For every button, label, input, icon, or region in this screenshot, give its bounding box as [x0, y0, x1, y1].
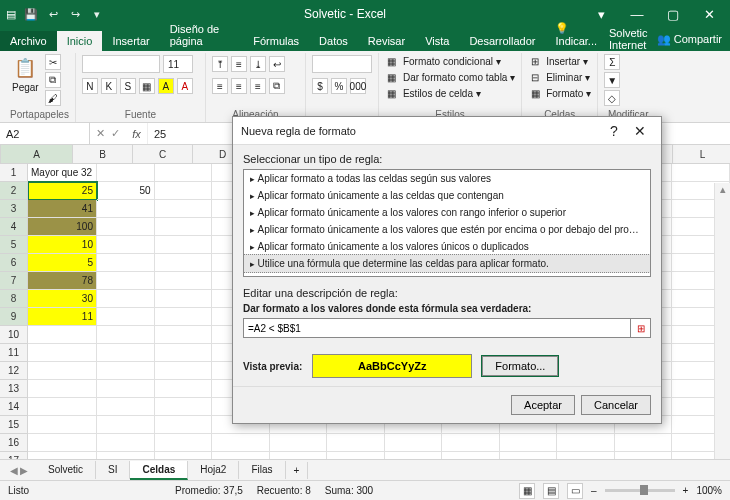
font-color-icon[interactable]: A — [177, 78, 193, 94]
sheet-tab-filas[interactable]: Filas — [239, 461, 285, 479]
sheet-tab-celdas[interactable]: Celdas — [130, 461, 188, 480]
tab-insert[interactable]: Insertar — [102, 31, 159, 51]
align-top-icon[interactable]: ⤒ — [212, 56, 228, 72]
cell-A16[interactable] — [28, 434, 97, 452]
cell-F17[interactable] — [327, 452, 385, 459]
italic-button[interactable]: K — [101, 78, 117, 94]
row-header-7[interactable]: 7 — [0, 272, 27, 290]
row-header-4[interactable]: 4 — [0, 218, 27, 236]
cell-B14[interactable] — [97, 398, 155, 416]
cell-C8[interactable] — [155, 290, 213, 308]
cell-A17[interactable] — [28, 452, 97, 459]
sheet-nav-next-icon[interactable]: ▶ — [20, 465, 28, 476]
scroll-up-icon[interactable]: ▴ — [715, 183, 730, 199]
cell-E17[interactable] — [270, 452, 328, 459]
cell-A8[interactable]: 30 — [28, 290, 97, 308]
rule-type-item[interactable]: Aplicar formato únicamente a los valores… — [244, 204, 650, 221]
cell-B16[interactable] — [97, 434, 155, 452]
cell-styles-button[interactable]: ▦Estilos de celda ▾ — [385, 86, 481, 100]
cell-C11[interactable] — [155, 344, 213, 362]
tab-data[interactable]: Datos — [309, 31, 358, 51]
add-sheet-button[interactable]: + — [286, 462, 309, 479]
close-window-button[interactable]: ✕ — [692, 0, 726, 28]
fill-icon[interactable]: ▼ — [604, 72, 620, 88]
undo-icon[interactable]: ↩ — [44, 5, 62, 23]
tab-page-layout[interactable]: Diseño de página — [160, 19, 244, 51]
cell-B1[interactable] — [97, 164, 155, 182]
align-bottom-icon[interactable]: ⤓ — [250, 56, 266, 72]
cell-A6[interactable]: 5 — [28, 254, 97, 272]
row-header-16[interactable]: 16 — [0, 434, 27, 452]
save-icon[interactable]: 💾 — [22, 5, 40, 23]
align-middle-icon[interactable]: ≡ — [231, 56, 247, 72]
cell-C4[interactable] — [155, 218, 213, 236]
row-header-15[interactable]: 15 — [0, 416, 27, 434]
name-box[interactable]: A2 — [0, 123, 90, 144]
format-painter-icon[interactable]: 🖌 — [45, 90, 61, 106]
tab-file[interactable]: Archivo — [0, 31, 57, 51]
column-header-L[interactable]: L — [673, 145, 730, 163]
row-header-6[interactable]: 6 — [0, 254, 27, 272]
row-header-5[interactable]: 5 — [0, 236, 27, 254]
rule-type-item[interactable]: Aplicar formato únicamente a los valores… — [244, 238, 650, 255]
maximize-button[interactable]: ▢ — [656, 0, 690, 28]
font-name-combo[interactable] — [82, 55, 160, 73]
cell-C5[interactable] — [155, 236, 213, 254]
conditional-format-button[interactable]: ▦Formato condicional ▾ — [385, 54, 501, 68]
copy-icon[interactable]: ⧉ — [45, 72, 61, 88]
cell-C9[interactable] — [155, 308, 213, 326]
cell-C2[interactable] — [155, 182, 213, 200]
merge-icon[interactable]: ⧉ — [269, 78, 285, 94]
rule-type-item[interactable]: Aplicar formato únicamente a las celdas … — [244, 187, 650, 204]
view-page-icon[interactable]: ▤ — [543, 483, 559, 499]
dialog-title-bar[interactable]: Nueva regla de formato ? ✕ — [233, 117, 661, 145]
cell-C6[interactable] — [155, 254, 213, 272]
cell-C12[interactable] — [155, 362, 213, 380]
sheet-tab-hoja2[interactable]: Hoja2 — [188, 461, 239, 479]
row-header-9[interactable]: 9 — [0, 308, 27, 326]
tell-me[interactable]: 💡 Indicar... — [545, 18, 609, 51]
vertical-scrollbar[interactable]: ▴ — [714, 183, 730, 459]
cell-B8[interactable] — [97, 290, 155, 308]
redo-icon[interactable]: ↪ — [66, 5, 84, 23]
tab-developer[interactable]: Desarrollador — [459, 31, 545, 51]
cell-A15[interactable] — [28, 416, 97, 434]
format-cells-button[interactable]: ▦Formato ▾ — [528, 86, 591, 100]
dialog-help-button[interactable]: ? — [601, 123, 627, 139]
number-format-combo[interactable] — [312, 55, 372, 73]
tab-review[interactable]: Revisar — [358, 31, 415, 51]
qat-customize-icon[interactable]: ▾ — [88, 5, 106, 23]
ok-button[interactable]: Aceptar — [511, 395, 575, 415]
cell-B2[interactable]: 50 — [97, 182, 155, 200]
thousands-icon[interactable]: 000 — [350, 78, 366, 94]
row-header-14[interactable]: 14 — [0, 398, 27, 416]
cut-icon[interactable]: ✂ — [45, 54, 61, 70]
cell-A4[interactable]: 100 — [28, 218, 97, 236]
cell-G17[interactable] — [385, 452, 443, 459]
cell-C15[interactable] — [155, 416, 213, 434]
insert-cells-button[interactable]: ⊞Insertar ▾ — [528, 54, 588, 68]
cancel-icon[interactable]: ✕ — [96, 127, 105, 140]
font-size-combo[interactable]: 11 — [163, 55, 193, 73]
cell-B15[interactable] — [97, 416, 155, 434]
zoom-in-button[interactable]: + — [683, 485, 689, 496]
cell-B11[interactable] — [97, 344, 155, 362]
row-header-17[interactable]: 17 — [0, 452, 27, 459]
tab-formulas[interactable]: Fórmulas — [243, 31, 309, 51]
rule-type-item[interactable]: Aplicar formato a todas las celdas según… — [244, 170, 650, 187]
zoom-slider[interactable] — [605, 489, 675, 492]
delete-cells-button[interactable]: ⊟Eliminar ▾ — [528, 70, 590, 84]
cell-C17[interactable] — [155, 452, 213, 459]
tab-view[interactable]: Vista — [415, 31, 459, 51]
zoom-level[interactable]: 100% — [696, 485, 722, 496]
rule-type-item[interactable]: Utilice una fórmula que determine las ce… — [243, 254, 651, 273]
dialog-close-button[interactable]: ✕ — [627, 123, 653, 139]
share-button[interactable]: 👥Compartir — [657, 33, 722, 46]
rule-type-list[interactable]: Aplicar formato a todas las celdas según… — [243, 169, 651, 277]
cell-C14[interactable] — [155, 398, 213, 416]
cell-C7[interactable] — [155, 272, 213, 290]
fill-color-icon[interactable]: A — [158, 78, 174, 94]
cell-A11[interactable] — [28, 344, 97, 362]
column-header-A[interactable]: A — [1, 145, 73, 163]
rule-type-item[interactable]: Aplicar formato únicamente a los valores… — [244, 221, 650, 238]
